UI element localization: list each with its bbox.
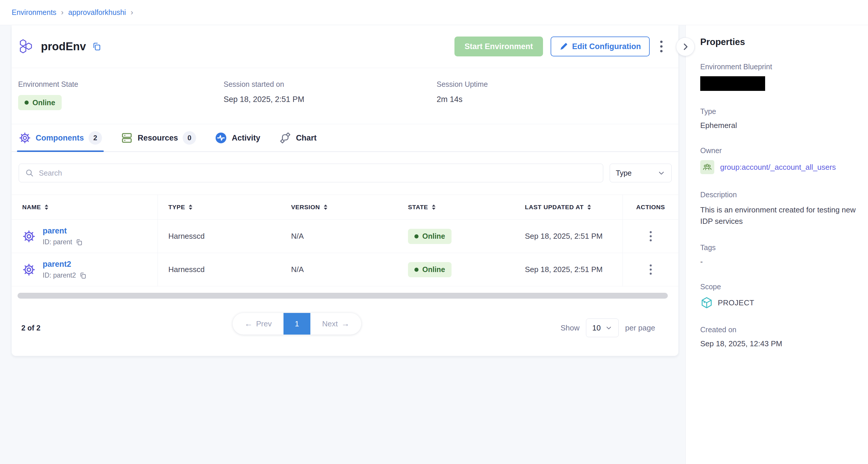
search-box [19, 164, 603, 182]
column-header-state[interactable]: STATE [398, 195, 515, 219]
components-table: NAME TYPE VERSION STATE LAST UPDATED AT … [12, 195, 678, 286]
component-id: ID: parent2 [43, 272, 76, 279]
chart-flow-icon [279, 132, 291, 144]
column-header-actions: ACTIONS [622, 195, 678, 219]
show-label: Show [561, 323, 580, 333]
version-cell: N/A [281, 220, 398, 253]
type-filter-dropdown[interactable]: Type [610, 164, 672, 182]
environment-state-value: Online [32, 98, 55, 107]
session-started-value: Sep 18, 2025, 2:51 PM [224, 95, 304, 104]
type-value: Ephemeral [700, 121, 857, 130]
online-ring-icon [414, 268, 418, 272]
description-value: This is an environment created for testi… [700, 204, 857, 227]
arrow-left-icon: ← [244, 319, 252, 329]
row-state-badge: Online [408, 229, 452, 244]
header-actions: Start Environment Edit Configuration [455, 36, 665, 56]
copy-id-icon[interactable] [75, 239, 83, 246]
column-header-last-updated[interactable]: LAST UPDATED AT [515, 195, 622, 219]
page-size-value: 10 [592, 323, 601, 333]
prev-page-button[interactable]: ← Prev [232, 313, 283, 335]
tab-chart-label: Chart [296, 133, 317, 143]
tab-components[interactable]: Components 2 [19, 124, 102, 151]
tab-components-count: 2 [89, 131, 102, 145]
owner-label: Owner [700, 146, 857, 155]
component-id: ID: parent [43, 238, 72, 246]
horizontal-scrollbar[interactable] [18, 293, 668, 299]
name-cell: parent ID: parent [12, 220, 158, 253]
component-link[interactable]: parent2 [43, 260, 87, 269]
chevron-down-icon [657, 169, 665, 177]
tags-value: - [700, 257, 857, 266]
pencil-icon [559, 42, 568, 51]
activity-pulse-icon [215, 132, 227, 144]
scope-row: PROJECT [700, 296, 857, 309]
breadcrumb: Environments › approvalforkhushi › [12, 8, 133, 17]
description-label: Description [700, 190, 857, 199]
tab-components-label: Components [36, 133, 84, 143]
type-cell: Harnesscd [158, 253, 281, 286]
search-input[interactable] [39, 169, 597, 177]
actions-cell [622, 220, 678, 253]
tags-label: Tags [700, 243, 857, 252]
breadcrumb-separator-icon: › [61, 8, 64, 17]
properties-heading: Properties [700, 37, 857, 47]
column-header-version[interactable]: VERSION [281, 195, 398, 219]
tab-chart[interactable]: Chart [279, 124, 317, 151]
owner-group-link[interactable]: group:account/_account_all_users [720, 163, 836, 172]
session-started-label: Session started on [224, 80, 304, 89]
blueprint-label: Environment Blueprint [700, 63, 857, 71]
breadcrumb-separator-icon: › [131, 8, 133, 17]
gear-icon [19, 132, 31, 144]
chevron-down-icon [605, 324, 613, 332]
last-updated-cell: Sep 18, 2025, 2:51 PM [515, 253, 622, 286]
edit-configuration-button[interactable]: Edit Configuration [551, 36, 650, 56]
table-row: parent ID: parent Harnesscd N/A [12, 220, 678, 253]
cube-icon [700, 296, 713, 309]
page-size-dropdown[interactable]: 10 [586, 318, 619, 337]
collapse-panel-button[interactable] [676, 37, 695, 56]
session-uptime-value: 2m 14s [437, 95, 488, 104]
created-on-value: Sep 18, 2025, 12:43 PM [700, 339, 857, 348]
breadcrumb-link-environment[interactable]: approvalforkhushi [68, 8, 126, 17]
online-ring-icon [414, 234, 418, 239]
group-users-icon [700, 160, 714, 174]
row-actions-kebab[interactable] [647, 229, 654, 244]
type-label: Type [700, 107, 857, 116]
pagination-row: 2 of 2 ← Prev 1 Next → Show 10 p [12, 310, 678, 351]
environment-state-label: Environment State [18, 80, 78, 89]
edit-configuration-label: Edit Configuration [572, 42, 641, 51]
tab-activity-label: Activity [232, 133, 260, 143]
sort-icon [432, 205, 435, 210]
environment-state-field: Environment State Online [18, 80, 78, 110]
breadcrumb-bar: Environments › approvalforkhushi › [0, 0, 868, 25]
last-updated-cell: Sep 18, 2025, 2:51 PM [515, 220, 622, 253]
page-number-button[interactable]: 1 [283, 313, 310, 335]
column-header-type[interactable]: TYPE [158, 195, 281, 219]
online-ring-icon [25, 100, 29, 104]
pagination-summary: 2 of 2 [21, 324, 40, 332]
component-link[interactable]: parent [43, 226, 83, 236]
copy-title-icon[interactable] [92, 41, 102, 52]
environment-menu-kebab[interactable] [657, 38, 665, 55]
environment-overview-row: Environment State Online Session started… [12, 68, 678, 124]
row-state-badge: Online [408, 262, 452, 277]
table-header-row: NAME TYPE VERSION STATE LAST UPDATED AT … [12, 195, 678, 220]
tab-resources-label: Resources [138, 133, 178, 143]
tab-activity[interactable]: Activity [215, 124, 260, 151]
start-environment-button[interactable]: Start Environment [455, 36, 543, 56]
breadcrumb-link-environments[interactable]: Environments [12, 8, 56, 17]
environment-detail-card: prodEnv Start Environment Edit Configura… [12, 25, 678, 356]
sort-icon [324, 205, 327, 210]
row-actions-kebab[interactable] [647, 262, 654, 277]
session-uptime-label: Session Uptime [437, 80, 488, 89]
created-on-label: Created on [700, 326, 857, 334]
environment-header: prodEnv Start Environment Edit Configura… [12, 25, 678, 68]
environment-state-badge: Online [18, 95, 62, 110]
copy-id-icon[interactable] [79, 272, 87, 279]
sort-icon [189, 205, 192, 210]
next-page-button[interactable]: Next → [310, 313, 361, 335]
search-icon [25, 168, 34, 178]
column-header-name[interactable]: NAME [12, 195, 158, 219]
state-cell: Online [398, 253, 515, 286]
tab-resources[interactable]: Resources 0 [121, 124, 196, 151]
